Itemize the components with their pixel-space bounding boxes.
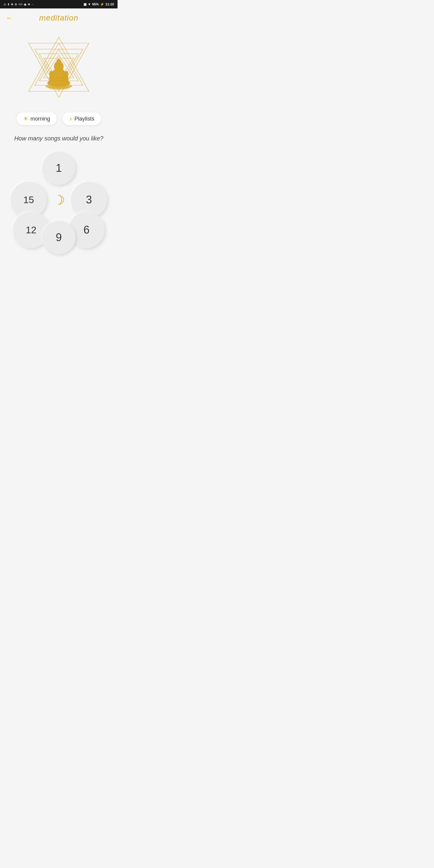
playlists-tag[interactable]: ♪ Playlists xyxy=(63,113,101,125)
number-9-button[interactable]: 9 xyxy=(42,221,75,254)
morning-tag[interactable]: ☀ morning xyxy=(17,113,57,125)
moon-icon: ☽ xyxy=(53,192,65,208)
illustration-container xyxy=(0,25,118,113)
status-icons-left: ⊙ ⬇ ❋ ⚙ </> ◉ ❋ ··· xyxy=(4,3,34,6)
status-icon-7: ❋ xyxy=(28,3,30,6)
page-title: meditation xyxy=(39,13,79,23)
battery-percentage: 95% xyxy=(92,2,99,6)
status-icon-3: ❋ xyxy=(11,3,13,6)
svg-point-16 xyxy=(48,86,70,90)
back-button[interactable]: ← xyxy=(6,14,13,22)
status-bar: ⊙ ⬇ ❋ ⚙ </> ◉ ❋ ··· ▣ ▼ 95% ⚡ 11:10 xyxy=(0,0,118,8)
status-icon-2: ⬇ xyxy=(7,3,10,6)
buddha-mandala-icon xyxy=(23,31,95,103)
tags-row: ☀ morning ♪ Playlists xyxy=(0,113,118,134)
header: ← meditation xyxy=(0,8,118,25)
number-1-button[interactable]: 1 xyxy=(42,152,75,185)
morning-label: morning xyxy=(30,116,50,122)
music-icon: ♪ xyxy=(69,116,72,122)
number-dial: 1 15 3 ☽ 12 6 9 xyxy=(10,152,107,248)
svg-point-12 xyxy=(56,59,61,65)
charging-icon: ⚡ xyxy=(100,2,104,6)
status-icon-5: </> xyxy=(19,3,23,6)
wifi-icon: ▼ xyxy=(88,2,91,6)
status-icon-1: ⊙ xyxy=(4,3,6,6)
songs-question: How many songs would you like? xyxy=(0,134,118,152)
status-icon-6: ◉ xyxy=(24,3,27,6)
vibrate-icon: ▣ xyxy=(84,2,87,6)
time-display: 11:10 xyxy=(105,2,114,6)
status-icon-8: ··· xyxy=(31,3,34,6)
status-icon-4: ⚙ xyxy=(14,3,17,6)
sun-icon: ☀ xyxy=(23,116,28,122)
status-icons-right: ▣ ▼ 95% ⚡ 11:10 xyxy=(84,2,114,6)
playlists-label: Playlists xyxy=(74,116,94,122)
